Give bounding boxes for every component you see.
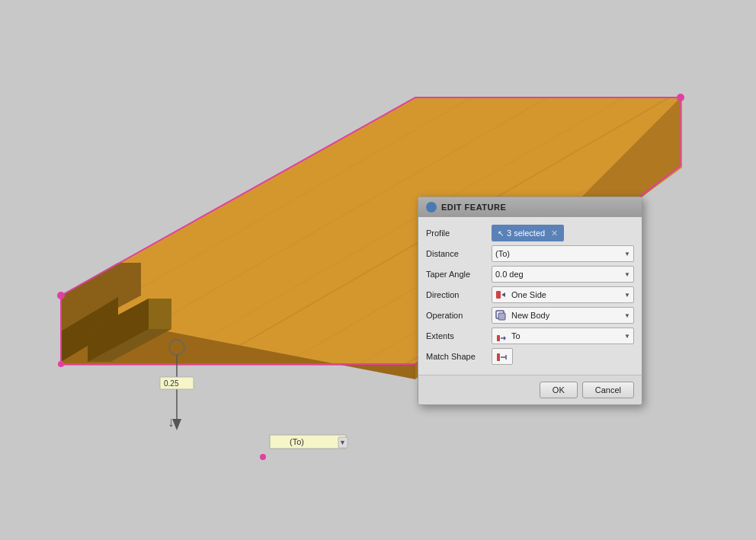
distance-dropdown-arrow: ▼ [624,251,630,257]
svg-text:▼: ▼ [339,439,346,446]
distance-dropdown-text: (To) [495,249,630,258]
operation-dropdown-arrow: ▼ [624,312,630,319]
distance-value: (To) ▼ [492,245,634,262]
match-shape-icon [495,350,509,363]
match-shape-label: Match Shape [426,352,487,361]
distance-row: Distance (To) ▼ [426,245,634,262]
taper-angle-dropdown-arrow: ▼ [624,271,630,278]
extents-dropdown-arrow: ▼ [624,333,630,340]
direction-row: Direction One Side ▼ [426,286,634,303]
new-body-icon [495,310,506,321]
one-side-icon [495,289,506,300]
svg-marker-48 [504,336,506,340]
3d-scene: 0.25 ↓ (To [0,0,756,540]
profile-close-icon[interactable]: ✕ [551,228,558,238]
svg-text:(To): (To) [290,437,304,446]
svg-text:0.25: 0.25 [164,379,179,388]
taper-angle-dropdown-text: 0.0 deg [495,270,630,279]
dialog-title: EDIT FEATURE [441,203,506,212]
distance-dropdown[interactable]: (To) ▼ [492,245,634,262]
operation-dropdown-text: New Body [495,310,630,321]
extents-dropdown[interactable]: To ▼ [492,328,634,344]
profile-selected-text: 3 selected [507,228,545,238]
edit-feature-dialog: EDIT FEATURE Profile ↖ 3 selected ✕ Dist… [418,197,642,405]
cancel-button[interactable]: Cancel [582,382,634,398]
profile-label: Profile [426,228,487,238]
svg-point-12 [57,292,65,299]
profile-row: Profile ↖ 3 selected ✕ [426,225,634,241]
svg-rect-42 [496,291,501,299]
svg-rect-46 [497,335,500,341]
match-shape-input[interactable] [492,348,513,365]
taper-angle-row: Taper Angle 0.0 deg ▼ [426,266,634,283]
dialog-header-icon [426,202,437,212]
svg-rect-45 [498,313,505,320]
svg-marker-11 [149,299,171,329]
extents-label: Extents [426,331,487,340]
operation-dropdown[interactable]: New Body ▼ [492,307,634,324]
direction-dropdown-arrow: ▼ [624,292,630,299]
dialog-body: Profile ↖ 3 selected ✕ Distance (To) ▼ T… [418,217,642,375]
dialog-footer: OK Cancel [418,375,642,404]
svg-point-14 [58,361,64,367]
extents-row: Extents To ▼ [426,328,634,344]
extents-value: To ▼ [492,328,634,344]
taper-angle-value: 0.0 deg ▼ [492,266,634,283]
cursor-icon: ↖ [498,229,504,238]
taper-angle-label: Taper Angle [426,270,487,279]
svg-point-13 [677,94,684,101]
svg-text:↓: ↓ [168,414,175,430]
svg-rect-49 [497,353,500,361]
distance-label: Distance [426,249,487,258]
taper-angle-dropdown[interactable]: 0.0 deg ▼ [492,266,634,283]
viewport: 0.25 ↓ (To [0,0,756,540]
extents-dropdown-text: To [495,331,630,341]
profile-chip[interactable]: ↖ 3 selected ✕ [492,225,564,241]
match-shape-value [492,348,634,365]
svg-marker-43 [501,292,505,297]
operation-label: Operation [426,311,487,320]
direction-label: Direction [426,290,487,299]
operation-value: New Body ▼ [492,307,634,324]
ok-button[interactable]: OK [540,382,578,398]
match-shape-row: Match Shape [426,348,634,365]
profile-value: ↖ 3 selected ✕ [492,225,634,241]
svg-point-15 [260,454,266,460]
direction-value: One Side ▼ [492,286,634,303]
svg-rect-37 [270,435,346,449]
direction-dropdown-text: One Side [495,289,630,300]
operation-row: Operation New Body ▼ [426,307,634,324]
dialog-header: EDIT FEATURE [418,197,642,217]
extents-to-icon [495,331,506,341]
direction-dropdown[interactable]: One Side ▼ [492,286,634,303]
